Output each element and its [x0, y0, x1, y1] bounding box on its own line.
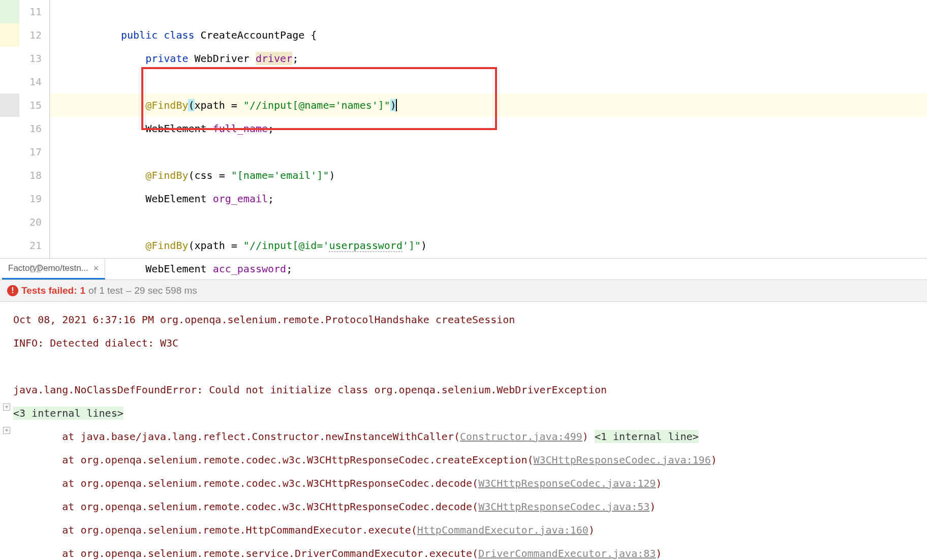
total-count: of 1 test — [88, 285, 123, 296]
elapsed-time: 29 sec 598 ms — [134, 285, 197, 296]
line-number[interactable]: 21 — [19, 234, 42, 257]
code-line: @FindBy(css = "[name='email']") — [121, 164, 927, 187]
change-strip — [0, 0, 19, 258]
console-line — [13, 355, 927, 378]
line-number[interactable]: 20 — [19, 210, 42, 234]
console-stack-line: at org.openqa.selenium.remote.codec.w3c.… — [13, 495, 927, 518]
code-line: WebElement acc_password; — [121, 257, 927, 281]
console-stack-line: at org.openqa.selenium.remote.service.Dr… — [13, 542, 927, 560]
code-line — [121, 210, 927, 234]
line-number[interactable]: 15 — [19, 94, 42, 117]
source-link[interactable]: HttpCommandExecutor.java:160 — [417, 524, 589, 536]
code-line — [121, 0, 927, 23]
editor-pane: 11 12 13 14 15 16 17 18 19 20 21 22 publ… — [0, 0, 927, 258]
line-number[interactable]: 16 — [19, 117, 42, 140]
code-line: @FindBy(xpath = "//input[@name='names']"… — [121, 94, 927, 117]
code-line: @FindBy(xpath = "//input[@id='userpasswo… — [121, 234, 927, 257]
line-number[interactable]: 14 — [19, 70, 42, 94]
close-icon[interactable]: × — [94, 263, 99, 274]
line-numbers: 11 12 13 14 15 16 17 18 19 20 21 22 — [19, 0, 50, 281]
run-tab[interactable]: FactoryDemo/testn... × — [2, 259, 105, 279]
console-line: Oct 08, 2021 6:37:16 PM org.openqa.selen… — [13, 308, 927, 331]
code-line: private WebDriver driver; — [121, 47, 927, 70]
vcs-modified-marker — [0, 23, 19, 47]
source-link[interactable]: W3CHttpResponseCodec.java:196 — [534, 454, 711, 466]
failed-count: 1 — [80, 285, 85, 296]
tests-failed-label: Tests failed: — [21, 285, 77, 296]
breakpoint-strip — [0, 94, 19, 117]
line-number[interactable]: 13 — [19, 47, 42, 70]
console-line: INFO: Detected dialect: W3C — [13, 331, 927, 355]
vcs-added-marker — [0, 0, 19, 23]
gutter: 11 12 13 14 15 16 17 18 19 20 21 22 — [0, 0, 50, 258]
line-number[interactable]: 19 — [19, 187, 42, 210]
line-number[interactable]: 17 — [19, 140, 42, 164]
source-link[interactable]: W3CHttpResponseCodec.java:53 — [478, 501, 650, 513]
code-line: WebElement full_name; — [121, 117, 927, 140]
code-line — [121, 70, 927, 94]
expand-icon[interactable]: + — [3, 403, 10, 411]
source-link[interactable]: DriverCommandExecutor.java:83 — [478, 547, 656, 559]
code-line: WebElement org_email; — [121, 187, 927, 210]
dash: – — [126, 285, 132, 296]
test-status-bar: ! Tests failed: 1 of 1 test – 29 sec 598… — [0, 279, 927, 302]
console-stack-line: at org.openqa.selenium.remote.HttpComman… — [13, 518, 927, 542]
code-line: public class CreateAccountPage { — [121, 23, 927, 47]
fail-icon: ! — [7, 285, 18, 296]
line-number[interactable]: 22 — [19, 257, 42, 281]
console-stack-line: at org.openqa.selenium.remote.codec.w3c.… — [13, 472, 927, 495]
code-area[interactable]: public class CreateAccountPage { private… — [50, 0, 927, 258]
source-link[interactable]: Constructor.java:499 — [460, 430, 582, 443]
expand-icon[interactable]: + — [3, 427, 10, 434]
console-stack-line: at org.openqa.selenium.remote.codec.w3c.… — [13, 448, 927, 472]
console-line: java.lang.NoClassDefFoundError: Could no… — [13, 378, 927, 401]
console-output[interactable]: Oct 08, 2021 6:37:16 PM org.openqa.selen… — [0, 302, 927, 560]
line-number[interactable]: 12 — [19, 23, 42, 47]
source-link[interactable]: W3CHttpResponseCodec.java:129 — [478, 477, 656, 489]
text-cursor — [396, 99, 397, 111]
console-collapsed-line: +<3 internal lines> — [13, 401, 927, 425]
line-number[interactable]: 11 — [19, 0, 42, 23]
code-line — [121, 140, 927, 164]
console-stack-line: + at java.base/java.lang.reflect.Constru… — [13, 425, 927, 448]
line-number[interactable]: 18 — [19, 164, 42, 187]
